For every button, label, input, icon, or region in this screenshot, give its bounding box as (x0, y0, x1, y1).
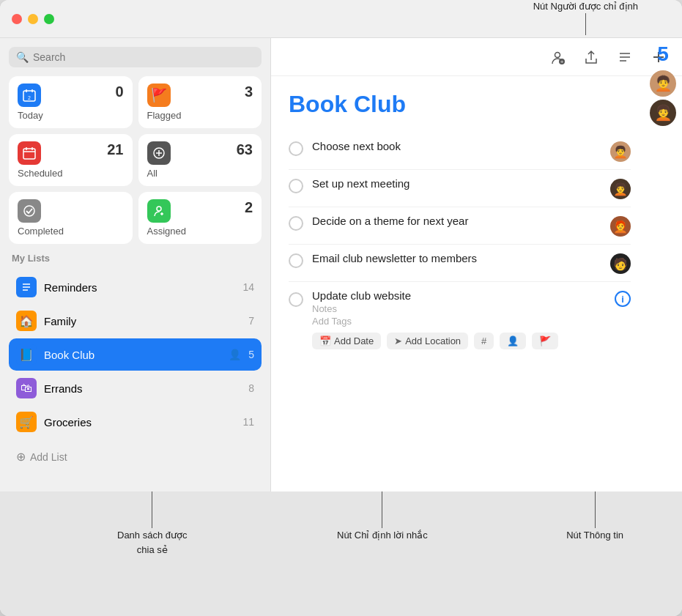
sidebar-item-errands[interactable]: 🛍 Errands 8 (9, 372, 262, 404)
add-date-icon: 📅 (319, 335, 331, 346)
shared-icon: 👤 (229, 349, 241, 360)
svg-rect-4 (23, 149, 35, 159)
info-button-annotation-label: Nút Thông tin (566, 528, 623, 543)
errands-list-count: 8 (248, 382, 254, 394)
family-list-icon: 🏠 (16, 311, 37, 331)
main-layout: 🔍 2 (0, 38, 682, 491)
task-item: Email club newsletter to members 🧑 (289, 245, 631, 282)
bookclub-list-count: 5 (248, 349, 254, 360)
search-icon: 🔍 (16, 51, 29, 63)
add-flag-icon: 🚩 (539, 335, 551, 346)
task-actions: 📅 Add Date ➤ Add Location # (312, 333, 606, 349)
share-button[interactable] (579, 45, 603, 69)
content-area: + (271, 38, 682, 491)
avatar-strip: 5 🧑‍🦱 🧑‍🦱 (644, 38, 682, 126)
task-checkbox-5[interactable] (289, 292, 303, 307)
task-avatar-3: 🧑‍🦰 (610, 216, 631, 237)
add-tag-button[interactable]: # (474, 333, 494, 349)
task-content-5: Update club website Notes Add Tags 📅 Add… (312, 289, 606, 349)
add-date-button[interactable]: 📅 Add Date (312, 333, 381, 349)
my-lists-section-label: My Lists (9, 250, 262, 265)
close-button[interactable] (12, 14, 22, 24)
task-checkbox-4[interactable] (289, 253, 303, 268)
sidebar-item-groceries[interactable]: 🛒 Groceries 11 (9, 406, 262, 438)
search-bar[interactable]: 🔍 (9, 47, 262, 67)
avatar-1: 🧑‍🦱 (650, 70, 676, 97)
view-options-button[interactable] (613, 45, 637, 69)
info-button-annotation: Nút Thông tin (566, 491, 623, 543)
task-name-3: Decide on a theme for next year (312, 215, 601, 227)
sidebar-item-reminders[interactable]: Reminders 14 (9, 271, 262, 303)
add-location-label: Add Location (405, 335, 461, 346)
scheduled-icon (18, 141, 41, 165)
reminders-list-count: 14 (242, 281, 254, 293)
assigned-icon (147, 199, 171, 223)
task-checkbox-3[interactable] (289, 216, 303, 231)
sidebar-item-bookclub[interactable]: 📘 Book Club 👤 5 (9, 338, 262, 371)
add-date-label: Add Date (334, 335, 374, 346)
add-list-icon: ⊕ (16, 450, 26, 464)
add-list-label: Add List (30, 451, 67, 463)
svg-text:+: + (560, 59, 564, 65)
flagged-count: 3 (245, 84, 253, 100)
task-tags-5[interactable]: Add Tags (312, 316, 606, 327)
task-info-button[interactable]: i (615, 291, 631, 307)
sidebar: 🔍 2 (0, 38, 271, 491)
groceries-list-name: Groceries (44, 416, 235, 428)
scheduled-label: Scheduled (18, 168, 124, 179)
smart-card-completed[interactable]: Completed (9, 192, 133, 244)
smart-card-flagged[interactable]: 🚩 3 Flagged (138, 76, 262, 128)
bookclub-list-icon: 📘 (16, 344, 37, 365)
smart-card-assigned[interactable]: 2 Assigned (138, 192, 262, 244)
errands-list-icon: 🛍 (16, 378, 37, 398)
add-flag-button[interactable]: 🚩 (532, 333, 558, 349)
flagged-label: Flagged (147, 110, 253, 121)
reminders-list-icon (16, 277, 37, 297)
add-assignee-button[interactable]: 👤 (500, 333, 526, 349)
task-count-badge: 5 (657, 44, 669, 64)
svg-point-11 (24, 206, 34, 216)
sidebar-item-family[interactable]: 🏠 Family 7 (9, 305, 262, 337)
task-avatar-1: 🧑‍🦱 (610, 141, 631, 162)
bookclub-list-name: Book Club (44, 349, 221, 361)
content-body: Book Club Choose next book 🧑‍🦱 (271, 76, 682, 491)
task-avatar-4: 🧑 (610, 253, 631, 274)
task-content-2: Set up next meeting (312, 177, 601, 190)
reminders-list-name: Reminders (44, 281, 235, 294)
errands-list-name: Errands (44, 382, 241, 395)
add-tag-icon: # (481, 335, 486, 346)
svg-point-12 (157, 207, 161, 211)
today-icon: 2 (18, 84, 41, 107)
minimize-button[interactable] (28, 14, 38, 24)
assignee-button[interactable]: + (546, 45, 569, 69)
search-input[interactable] (33, 51, 254, 63)
assign-reminder-annotation: Nút Chỉ định lời nhắc (337, 491, 428, 543)
smart-card-scheduled[interactable]: 21 Scheduled (9, 134, 133, 186)
groceries-list-count: 11 (242, 416, 254, 428)
add-assignee-icon: 👤 (507, 335, 519, 346)
smart-card-today[interactable]: 2 0 Today (9, 76, 133, 128)
task-content-1: Choose next book (312, 140, 601, 152)
family-list-count: 7 (248, 315, 254, 327)
smart-card-all[interactable]: 63 All (138, 134, 262, 186)
flagged-icon: 🚩 (147, 84, 171, 107)
task-notes-5[interactable]: Notes (312, 303, 606, 314)
assign-reminder-annotation-label: Nút Chỉ định lời nhắc (337, 528, 428, 543)
family-list-name: Family (44, 315, 241, 327)
smart-lists-grid: 2 0 Today 🚩 3 Flagged (9, 76, 262, 244)
shared-list-annotation-label: Danh sách đượcchia sẻ (117, 528, 188, 557)
task-checkbox-1[interactable] (289, 141, 303, 156)
task-avatar-2: 🧑‍🦱 (610, 179, 631, 199)
task-checkbox-2[interactable] (289, 179, 303, 193)
add-list-button[interactable]: ⊕ Add List (9, 444, 262, 470)
today-count: 0 (115, 84, 123, 100)
list-items: Reminders 14 🏠 Family 7 📘 Book Club 👤 5 (9, 271, 262, 438)
maximize-button[interactable] (44, 14, 54, 24)
task-content-4: Email club newsletter to members (312, 252, 601, 264)
add-location-button[interactable]: ➤ Add Location (387, 333, 468, 349)
task-item-expanded: Update club website Notes Add Tags 📅 Add… (289, 282, 631, 352)
all-count: 63 (237, 141, 253, 158)
task-name-1: Choose next book (312, 140, 601, 152)
task-name-4: Email club newsletter to members (312, 252, 601, 264)
completed-icon (18, 199, 41, 223)
